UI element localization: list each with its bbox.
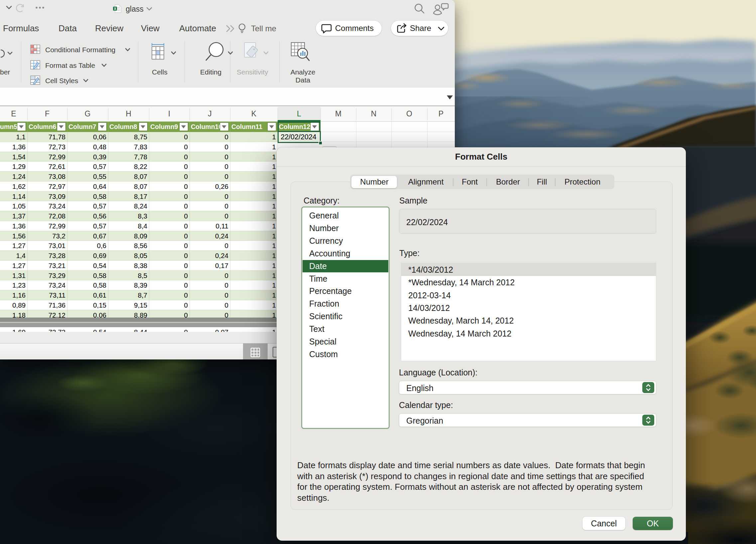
svg-text:X: X bbox=[114, 7, 116, 11]
